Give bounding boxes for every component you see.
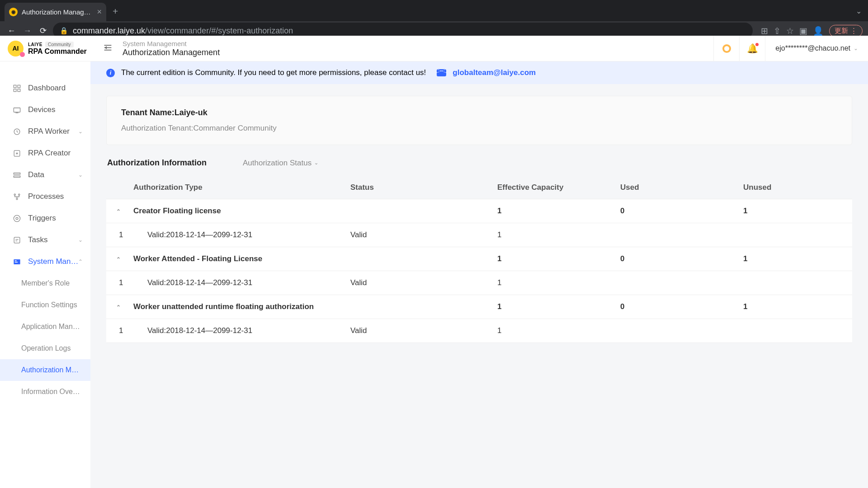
sidebar-subitem-application-management[interactable]: Application Manag... (0, 316, 90, 338)
browser-tab[interactable]: ◉ Authorization Management_RP × (5, 3, 106, 21)
cell-unused: 1 (743, 206, 852, 216)
browser-chrome: ◉ Authorization Management_RP × + ⌄ ← → … (0, 0, 868, 36)
tab-authorization-information[interactable]: Authorization Information (107, 158, 207, 168)
info-banner: i The current edition is Community. If y… (90, 61, 868, 84)
table-row: 1Valid:2018-12-14—2099-12-31Valid1 (106, 319, 852, 343)
profile-icon[interactable]: 👤 (813, 26, 824, 36)
bell-icon: 🔔 (747, 43, 758, 54)
sidebar-label: RPA Worker (28, 127, 70, 136)
svg-point-9 (16, 198, 18, 199)
update-button[interactable]: 更新⋮ (829, 25, 863, 37)
cell-type: Valid:2018-12-14—2099-12-31 (133, 278, 350, 287)
cell-capacity: 1 (497, 278, 620, 287)
sidebar-item-tasks[interactable]: Tasks ⌄ (0, 229, 90, 251)
back-button[interactable]: ← (5, 26, 18, 36)
forward-button[interactable]: → (21, 26, 33, 36)
sidebar-label: System Manag... (28, 257, 80, 266)
svg-rect-3 (18, 89, 20, 92)
filter-label: Authorization Status (243, 159, 311, 168)
sidebar-subitem-operation-logs[interactable]: Operation Logs (0, 338, 90, 359)
table-row: ⌃Worker Attended - Floating License101 (106, 247, 852, 271)
svg-rect-15 (15, 262, 18, 263)
sidebar-item-processes[interactable]: Processes (0, 186, 90, 207)
contact-email-link[interactable]: globalteam@laiye.com (453, 68, 536, 77)
sidebar-label: Dashboard (28, 84, 66, 93)
ring-icon (722, 44, 731, 53)
header-unused: Unused (743, 183, 852, 192)
cell-capacity: 1 (497, 230, 620, 239)
mail-icon (437, 69, 446, 76)
collapse-row-icon[interactable]: ⌃ (116, 304, 121, 310)
tab-strip: ◉ Authorization Management_RP × + ⌄ (0, 0, 868, 21)
notifications-button[interactable]: 🔔 (739, 36, 765, 61)
collapse-row-icon[interactable]: ⌃ (116, 256, 121, 263)
svg-rect-2 (14, 89, 16, 92)
sidebar-subitem-authorization-management[interactable]: Authorization Man... (0, 359, 90, 381)
bookmark-icon[interactable]: ☆ (786, 26, 794, 36)
new-tab-button[interactable]: + (113, 6, 118, 17)
sidebar-subitem-function-settings[interactable]: Function Settings (0, 294, 90, 316)
chevron-down-icon: ⌄ (78, 237, 83, 243)
cell-unused: 1 (743, 254, 852, 263)
subitem-label: Information Overvi... (21, 388, 81, 396)
sidebar-item-system-management[interactable]: System Manag... ⌃ (0, 251, 90, 272)
update-label: 更新 (835, 27, 848, 35)
sidebar-item-data[interactable]: Data ⌄ (0, 164, 90, 186)
svg-point-10 (14, 215, 20, 221)
subitem-label: Application Manag... (21, 323, 81, 331)
svg-rect-0 (14, 85, 16, 88)
favicon-icon: ◉ (9, 8, 18, 16)
reload-button[interactable]: ⟳ (37, 26, 49, 36)
product-name: RPA Commander (28, 47, 87, 56)
collapse-row-icon[interactable]: ⌃ (116, 208, 121, 215)
sidebar-subitem-information-overview[interactable]: Information Overvi... (0, 381, 90, 403)
table-row: ⌃Creator Floating license101 (106, 199, 852, 223)
chevron-down-icon: ⌄ (854, 45, 858, 52)
sidebar-subitem-members-role[interactable]: Member's Role (0, 272, 90, 294)
cell-used: 0 (620, 302, 743, 311)
subitem-label: Function Settings (21, 301, 77, 309)
sidebar-item-devices[interactable]: Devices (0, 99, 90, 121)
cell-status: Valid (350, 230, 497, 239)
sidebar-toggle-button[interactable] (103, 43, 113, 54)
header-type: Authorization Type (133, 183, 350, 192)
extensions-icon[interactable]: ▣ (799, 26, 807, 36)
cell-used: 0 (620, 206, 743, 216)
close-tab-icon[interactable]: × (97, 7, 102, 17)
lock-icon: 🔒 (60, 27, 68, 35)
row-number: 1 (106, 326, 133, 335)
cell-type: Worker unattended runtime floating autho… (133, 302, 350, 311)
translate-icon[interactable]: ⊞ (761, 26, 768, 36)
svg-point-8 (19, 194, 20, 195)
header-right: 🔔 ejo********@chacuo.net ⌄ (713, 36, 868, 61)
system-icon (13, 258, 21, 266)
tenant-card: Tenant Name:Laiye-uk Authorization Tenan… (106, 96, 852, 145)
header-titles: System Management Authorization Manageme… (123, 40, 220, 57)
cell-status: Valid (350, 326, 497, 335)
logo[interactable]: AI LAIYECommunity RPA Commander (0, 41, 90, 56)
table-header: Authorization Type Status Effective Capa… (106, 176, 852, 199)
sidebar-item-rpa-worker[interactable]: RPA Worker ⌄ (0, 121, 90, 142)
cell-unused: 1 (743, 302, 852, 311)
user-menu[interactable]: ejo********@chacuo.net ⌄ (765, 36, 868, 61)
sidebar-label: Devices (28, 105, 55, 114)
edition-badge: Community (45, 42, 74, 47)
sidebar: Dashboard Devices RPA Worker ⌄ RPA Creat… (0, 61, 90, 488)
sidebar-item-dashboard[interactable]: Dashboard (0, 77, 90, 99)
authorization-status-filter[interactable]: Authorization Status ⌄ (243, 159, 318, 168)
subitem-label: Authorization Man... (21, 366, 81, 374)
sidebar-item-rpa-creator[interactable]: RPA Creator (0, 142, 90, 164)
svg-rect-1 (18, 85, 20, 88)
svg-rect-14 (15, 260, 17, 261)
sidebar-item-triggers[interactable]: Triggers (0, 207, 90, 229)
creator-icon (13, 149, 21, 158)
user-email: ejo********@chacuo.net (775, 44, 850, 52)
cell-capacity: 1 (497, 254, 620, 263)
svg-point-11 (16, 217, 18, 220)
help-button[interactable] (713, 36, 739, 61)
share-icon[interactable]: ⇧ (774, 26, 781, 36)
svg-rect-12 (14, 237, 20, 243)
tabs-menu-icon[interactable]: ⌄ (856, 7, 862, 15)
cell-status: Valid (350, 278, 497, 287)
subitem-label: Member's Role (21, 279, 70, 287)
